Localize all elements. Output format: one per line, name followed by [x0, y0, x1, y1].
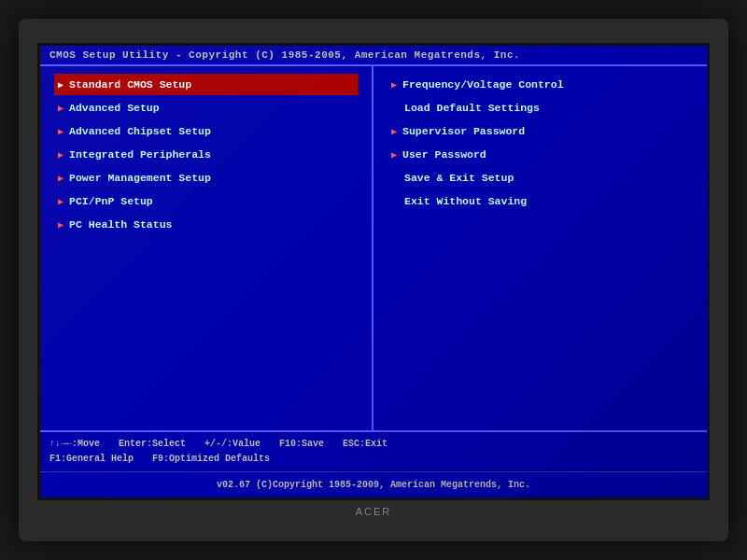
left-menu-item-3[interactable]: ▶Integrated Peripherals — [54, 144, 358, 165]
menu-arrow-icon: ▶ — [58, 149, 63, 161]
left-menu-item-0[interactable]: ▶Standard CMOS Setup — [54, 74, 358, 95]
menu-item-label: Load Default Settings — [404, 102, 540, 114]
menu-arrow-icon: ▶ — [391, 126, 397, 137]
bottom-copyright: v02.67 (C)Copyright 1985-2009, American … — [217, 480, 530, 490]
menu-item-label: Integrated Peripherals — [69, 148, 211, 161]
right-menu-item-1[interactable]: Load Default Settings — [388, 97, 693, 119]
left-menu-item-2[interactable]: ▶Advanced Chipset Setup — [54, 120, 358, 142]
right-menu-item-3[interactable]: ▶User Password — [388, 144, 693, 165]
footer-exit: ESC:Exit — [343, 437, 388, 452]
left-panel: ▶Standard CMOS Setup▶Advanced Setup▶Adva… — [40, 66, 374, 430]
menu-item-label: Exit Without Saving — [404, 195, 527, 207]
menu-item-label: Supervisor Password — [402, 125, 525, 137]
bios-screen: CMOS Setup Utility - Copyright (C) 1985-… — [37, 43, 710, 500]
header-title: CMOS Setup Utility - Copyright (C) 1985-… — [49, 49, 520, 61]
menu-arrow-icon: ▶ — [391, 149, 397, 161]
menu-item-label: Standard CMOS Setup — [69, 78, 191, 91]
menu-arrow-icon: ▶ — [58, 219, 63, 231]
monitor-brand: ACER — [356, 506, 392, 517]
right-panel: ▶Frequency/Voltage ControlLoad Default S… — [374, 66, 707, 430]
footer-value: +/-/:Value — [204, 437, 261, 452]
footer-move: ↑↓→←:Move — [49, 437, 100, 452]
left-menu-item-6[interactable]: ▶PC Health Status — [54, 214, 358, 235]
footer-defaults: F9:Optimized Defaults — [152, 452, 270, 467]
footer-select: Enter:Select — [119, 437, 186, 452]
menu-arrow-icon: ▶ — [58, 173, 63, 184]
menu-item-label: Advanced Setup — [69, 102, 160, 114]
right-menu-item-5[interactable]: Exit Without Saving — [388, 190, 693, 212]
menu-item-label: User Password — [402, 148, 486, 161]
left-menu-item-5[interactable]: ▶PCI/PnP Setup — [54, 190, 358, 212]
right-menu-item-4[interactable]: Save & Exit Setup — [388, 167, 693, 189]
right-menu-item-2[interactable]: ▶Supervisor Password — [388, 120, 693, 142]
bios-header: CMOS Setup Utility - Copyright (C) 1985-… — [40, 46, 707, 66]
menu-arrow-icon: ▶ — [391, 79, 397, 91]
menu-item-label: PC Health Status — [69, 218, 172, 231]
menu-arrow-icon: ▶ — [58, 196, 63, 207]
main-content: ▶Standard CMOS Setup▶Advanced Setup▶Adva… — [40, 66, 707, 430]
footer-line2: F1:General Help F9:Optimized Defaults — [49, 452, 698, 467]
menu-arrow-icon: ▶ — [58, 103, 63, 114]
footer-line1: ↑↓→←:Move Enter:Select +/-/:Value F10:Sa… — [49, 437, 698, 452]
left-menu-item-4[interactable]: ▶Power Management Setup — [54, 167, 358, 189]
menu-arrow-icon: ▶ — [58, 79, 63, 91]
menu-arrow-icon: ▶ — [58, 126, 63, 137]
left-menu-item-1[interactable]: ▶Advanced Setup — [54, 97, 358, 119]
right-menu-item-0[interactable]: ▶Frequency/Voltage Control — [388, 74, 693, 95]
menu-item-label: PCI/PnP Setup — [69, 195, 153, 207]
footer-bar: ↑↓→←:Move Enter:Select +/-/:Value F10:Sa… — [40, 430, 707, 471]
menu-item-label: Power Management Setup — [69, 172, 211, 184]
footer-help: F1:General Help — [49, 452, 134, 467]
bottom-bar: v02.67 (C)Copyright 1985-2009, American … — [40, 471, 707, 497]
menu-item-label: Frequency/Voltage Control — [402, 78, 564, 91]
footer-save: F10:Save — [279, 437, 324, 452]
menu-item-label: Save & Exit Setup — [404, 172, 514, 184]
monitor: CMOS Setup Utility - Copyright (C) 1985-… — [19, 19, 728, 541]
menu-item-label: Advanced Chipset Setup — [69, 125, 211, 137]
